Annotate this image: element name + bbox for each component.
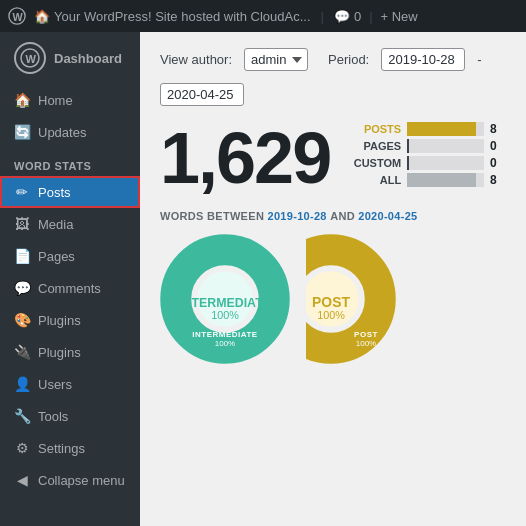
donut-intermediate-pct: 100% [160,339,290,348]
sidebar-item-comments[interactable]: 💬 Comments [0,272,140,304]
main-layout: W Dashboard 🏠 Home 🔄 Updates Word Stats … [0,32,526,526]
post-type-row-custom: CUSTOM 0 [346,156,506,170]
donuts-row: INTERMEDIATE 100% INTERMEDIATE 100% POST… [160,234,506,364]
sidebar-item-label: Plugins [38,313,81,328]
period-separator: - [477,52,481,67]
post-type-label-all: ALL [346,174,401,186]
sidebar-item-label: Posts [38,185,71,200]
post-type-bar-container-pages [407,139,484,153]
tools-icon: 🔧 [14,408,30,424]
svg-text:W: W [26,53,37,65]
updates-icon: 🔄 [14,124,30,140]
sidebar-item-users[interactable]: 👤 Users [0,368,140,400]
post-types-table: POSTS 8 PAGES 0 CUSTOM [346,122,506,190]
post-type-count-custom: 0 [490,156,506,170]
donut-posts-pct: 100% [306,339,396,348]
sidebar-item-label: Media [38,217,73,232]
users-icon: 👤 [14,376,30,392]
sidebar-item-collapse[interactable]: ◀ Collapse menu [0,464,140,496]
post-type-label-pages: PAGES [346,140,401,152]
donut-intermediate: INTERMEDIATE 100% INTERMEDIATE 100% [160,234,290,364]
sidebar-item-posts[interactable]: ✏ Posts [0,176,140,208]
sidebar-item-label: Plugins [38,345,81,360]
post-type-row-posts: POSTS 8 [346,122,506,136]
sidebar: W Dashboard 🏠 Home 🔄 Updates Word Stats … [0,32,140,526]
post-type-bar-posts [407,122,476,136]
view-author-label: View author: [160,52,232,67]
sidebar-item-appearance[interactable]: 🎨 Plugins [0,304,140,336]
donut-intermediate-bottom-text: INTERMEDIATE 100% [160,330,290,348]
sidebar-item-updates[interactable]: 🔄 Updates [0,116,140,148]
svg-text:POST: POST [312,294,350,310]
sidebar-item-label: Comments [38,281,101,296]
post-type-label-custom: CUSTOM [346,157,401,169]
comments-link[interactable]: 💬 0 [334,9,361,24]
words-between-label: WORDS BETWEEN 2019-10-28 AND 2020-04-25 [160,210,506,222]
post-type-row-all: ALL 8 [346,173,506,187]
sidebar-item-settings[interactable]: ⚙ Settings [0,432,140,464]
svg-text:INTERMEDIATE: INTERMEDIATE [179,296,271,310]
word-stats-section-label: Word Stats [0,148,140,176]
post-type-bar-pages [407,139,409,153]
words-keyword: WORDS [160,210,207,222]
dashboard-label: Dashboard [54,51,122,66]
house-icon: 🏠 [34,9,50,24]
new-menu[interactable]: + New [381,9,418,24]
donut-posts-bottom-text: POST 100% [306,330,396,348]
sidebar-item-label: Collapse menu [38,473,125,488]
and-keyword: AND [330,210,358,222]
post-type-count-pages: 0 [490,139,506,153]
content-area: View author: admin Period: - 1,629 POSTS… [140,32,526,526]
post-type-row-pages: PAGES 0 [346,139,506,153]
comment-icon: 💬 [334,9,350,24]
media-icon: 🖼 [14,216,30,232]
big-word-count: 1,629 [160,122,330,194]
sidebar-item-label: Tools [38,409,68,424]
post-type-count-posts: 8 [490,122,506,136]
period-start-input[interactable] [381,48,465,71]
collapse-icon: ◀ [14,472,30,488]
author-select[interactable]: admin [244,48,308,71]
period-label: Period: [328,52,369,67]
dashboard-logo[interactable]: W Dashboard [0,32,140,84]
post-type-bar-container-custom [407,156,484,170]
site-name[interactable]: 🏠 Your WordPress! Site hosted with Cloud… [34,9,311,24]
sidebar-item-label: Pages [38,249,75,264]
home-icon: 🏠 [14,92,30,108]
end-date-highlight: 2020-04-25 [358,210,417,222]
top-bar: W 🏠 Your WordPress! Site hosted with Clo… [0,0,526,32]
comments-icon: 💬 [14,280,30,296]
pages-icon: 📄 [14,248,30,264]
svg-text:100%: 100% [317,309,345,321]
sidebar-item-home[interactable]: 🏠 Home [0,84,140,116]
sidebar-item-label: Users [38,377,72,392]
sidebar-item-label: Home [38,93,73,108]
post-type-bar-container-posts [407,122,484,136]
between-keyword: BETWEEN [207,210,267,222]
svg-text:100%: 100% [211,309,239,321]
stats-area: 1,629 POSTS 8 PAGES 0 [160,122,506,194]
donut-intermediate-title: INTERMEDIATE [160,330,290,339]
post-type-bar-container-all [407,173,484,187]
donut-posts: POST 100% POST 100% [306,234,396,364]
post-type-bar-custom [407,156,409,170]
filter-row: View author: admin Period: - [160,48,506,106]
period-end-input[interactable] [160,83,244,106]
sidebar-item-media[interactable]: 🖼 Media [0,208,140,240]
post-type-label-posts: POSTS [346,123,401,135]
sidebar-item-pages[interactable]: 📄 Pages [0,240,140,272]
posts-icon: ✏ [14,184,30,200]
sidebar-item-label: Updates [38,125,86,140]
wordpress-icon: W [8,7,26,25]
post-type-bar-all [407,173,476,187]
appearance-icon: 🎨 [14,312,30,328]
sidebar-item-plugins[interactable]: 🔌 Plugins [0,336,140,368]
settings-icon: ⚙ [14,440,30,456]
sidebar-item-tools[interactable]: 🔧 Tools [0,400,140,432]
dashboard-icon: W [14,42,46,74]
donut-posts-title: POST [306,330,396,339]
post-type-count-all: 8 [490,173,506,187]
start-date-highlight: 2019-10-28 [268,210,327,222]
plugins-icon: 🔌 [14,344,30,360]
svg-text:W: W [13,11,24,23]
